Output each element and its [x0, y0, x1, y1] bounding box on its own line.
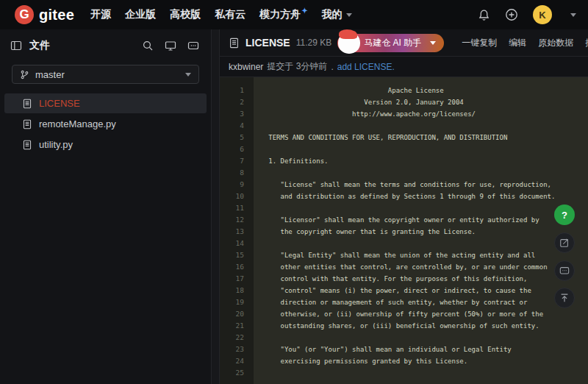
nav-item-label: 模力方舟	[259, 8, 301, 21]
commit-time: 提交于 3分钟前	[267, 60, 327, 73]
notifications-bell-icon[interactable]	[478, 9, 490, 21]
line-number[interactable]: 2	[220, 96, 254, 108]
code-line: otherwise, or (ii) ownership of fifty pe…	[257, 308, 588, 320]
code-line	[257, 167, 588, 179]
line-number[interactable]: 19	[220, 296, 254, 308]
back-to-top-button[interactable]	[554, 288, 575, 308]
code-lines: Apache License Version 2.0, January 2004…	[254, 77, 588, 384]
user-avatar[interactable]: K	[533, 5, 552, 24]
code-line: direction or management of such entity, …	[257, 296, 588, 308]
code-line	[257, 202, 588, 214]
file-tree-item-utility.py[interactable]: utility.py	[4, 135, 207, 154]
line-number[interactable]: 4	[220, 120, 254, 132]
line-number[interactable]: 3	[220, 108, 254, 120]
line-number[interactable]: 6	[220, 143, 254, 155]
action-link-3[interactable]: 按行查看	[585, 37, 588, 49]
code-line	[257, 332, 588, 344]
ai-assistant-button[interactable]: 马建仓 AI 助手	[337, 34, 444, 52]
branch-selector[interactable]: master	[12, 65, 199, 84]
line-number[interactable]: 16	[220, 261, 254, 273]
nav-item-label: 我的	[322, 8, 343, 21]
nav-item-5[interactable]: 我的	[322, 8, 352, 21]
line-number[interactable]: 17	[220, 273, 254, 285]
line-number[interactable]: 18	[220, 285, 254, 296]
line-number[interactable]: 22	[220, 332, 254, 344]
nav-item-4[interactable]: 模力方舟✦	[259, 8, 307, 21]
commit-message-link[interactable]: add LICENSE.	[337, 62, 395, 72]
file-header: LICENSE 11.29 KB 马建仓 AI 助手 一键复制编辑原始数据按行查…	[220, 29, 588, 57]
nav-menu: 开源企业版高校版私有云模力方舟✦我的	[90, 8, 351, 21]
comments-button[interactable]	[554, 260, 575, 281]
line-number[interactable]: 10	[220, 191, 254, 202]
file-name: remoteManage.py	[39, 118, 116, 129]
line-number[interactable]: 23	[220, 344, 254, 355]
action-link-0[interactable]: 一键复制	[462, 37, 497, 49]
file-name: utility.py	[39, 139, 73, 150]
branch-chevron-down-icon	[185, 73, 191, 77]
code-line	[257, 120, 588, 132]
brand-title[interactable]: gitee	[39, 7, 74, 24]
nav-item-0[interactable]: 开源	[90, 8, 111, 21]
search-icon[interactable]	[142, 40, 154, 51]
line-number[interactable]: 13	[220, 226, 254, 238]
code-line: TERMS AND CONDITIONS FOR USE, REPRODUCTI…	[257, 132, 588, 143]
line-number[interactable]: 12	[220, 214, 254, 226]
gitee-logo-icon[interactable]: G	[15, 5, 34, 24]
code-line: "Legal Entity" shall mean the union of t…	[257, 249, 588, 261]
commit-author[interactable]: kxbwiner	[229, 62, 263, 72]
file-size: 11.29 KB	[296, 38, 331, 48]
app-body: 文件	[0, 29, 588, 384]
code-line: "License" shall mean the terms and condi…	[257, 179, 588, 191]
line-number[interactable]: 24	[220, 355, 254, 367]
line-number[interactable]: 25	[220, 367, 254, 379]
collapse-panel-icon[interactable]	[10, 40, 22, 51]
code-line: and distribution as defined by Sections …	[257, 191, 588, 202]
avatar-chevron-down-icon[interactable]	[570, 13, 576, 17]
web-ide-monitor-icon[interactable]	[165, 40, 176, 51]
nav-item-label: 企业版	[125, 8, 156, 21]
file-tree-sidebar: 文件	[0, 29, 212, 384]
help-button[interactable]: ?	[554, 205, 575, 225]
panel-splitter[interactable]	[212, 29, 220, 384]
file-tree-item-LICENSE[interactable]: LICENSE	[4, 93, 207, 113]
ai-assistant-label: 马建仓 AI 助手	[364, 37, 421, 49]
code-line: http://www.apache.org/licenses/	[257, 108, 588, 120]
file-name: LICENSE	[39, 98, 80, 109]
code-line: exercising permissions granted by this L…	[257, 355, 588, 367]
file-document-icon	[22, 99, 32, 109]
line-number[interactable]: 1	[220, 85, 254, 96]
nav-item-3[interactable]: 私有云	[215, 8, 245, 21]
action-link-1[interactable]: 编辑	[509, 37, 526, 49]
line-number[interactable]: 20	[220, 308, 254, 320]
line-number[interactable]: 15	[220, 249, 254, 261]
line-number[interactable]: 21	[220, 320, 254, 332]
file-actions: 一键复制编辑原始数据按行查看	[462, 37, 588, 49]
nav-item-1[interactable]: 企业版	[125, 8, 156, 21]
create-new-plus-icon[interactable]	[505, 8, 518, 21]
navbar-right: K	[478, 5, 576, 24]
code-line	[257, 367, 588, 379]
code-line: Version 2.0, January 2004	[257, 96, 588, 108]
code-line: control with that entity. For the purpos…	[257, 273, 588, 285]
nav-item-2[interactable]: 高校版	[170, 8, 201, 21]
file-tree-item-remoteManage.py[interactable]: remoteManage.py	[4, 114, 207, 134]
line-number[interactable]: 14	[220, 238, 254, 249]
line-number[interactable]: 5	[220, 132, 254, 143]
action-link-2[interactable]: 原始数据	[538, 37, 573, 49]
feedback-edit-button[interactable]	[554, 232, 575, 253]
file-document-icon	[22, 119, 32, 129]
sparkle-icon: ✦	[301, 7, 307, 15]
file-document-icon	[229, 38, 240, 49]
line-number[interactable]: 11	[220, 202, 254, 214]
line-number[interactable]: 9	[220, 179, 254, 191]
top-navbar: G gitee 开源企业版高校版私有云模力方舟✦我的 K	[0, 0, 588, 29]
nav-item-label: 高校版	[170, 8, 201, 21]
code-line	[257, 143, 588, 155]
comment-dots-icon[interactable]	[187, 40, 199, 51]
file-title: LICENSE	[245, 37, 290, 49]
file-view-panel: LICENSE 11.29 KB 马建仓 AI 助手 一键复制编辑原始数据按行查…	[220, 29, 588, 384]
line-number[interactable]: 7	[220, 155, 254, 167]
code-line: other entities that control, are control…	[257, 261, 588, 273]
line-number[interactable]: 8	[220, 167, 254, 179]
line-number-gutter: 1234567891011121314151617181920212223242…	[220, 77, 254, 384]
